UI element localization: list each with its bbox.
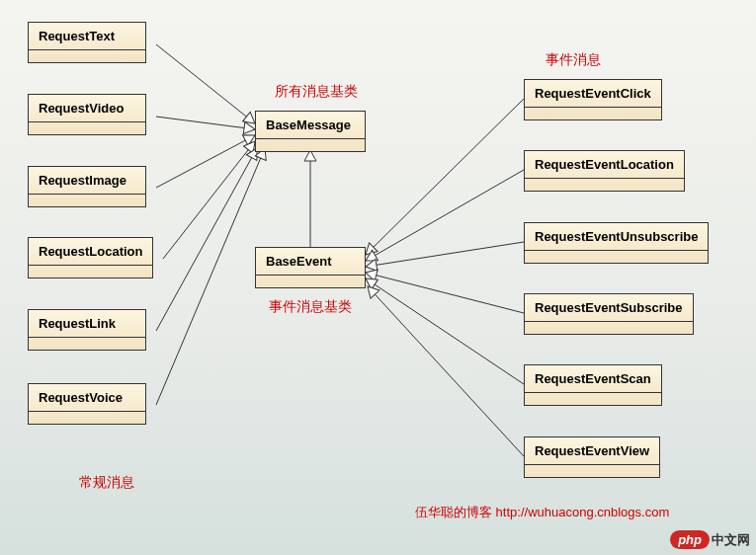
svg-line-9 xyxy=(366,242,524,267)
class-title: RequestImage xyxy=(29,167,145,195)
svg-line-11 xyxy=(366,278,524,384)
svg-line-12 xyxy=(368,286,524,456)
svg-line-1 xyxy=(156,117,255,129)
class-request-event-scan: RequestEventScan xyxy=(524,364,662,406)
php-pill: php xyxy=(670,530,710,549)
php-text: 中文网 xyxy=(712,531,750,549)
class-body xyxy=(256,276,365,287)
class-title: RequestVoice xyxy=(29,384,145,412)
svg-line-2 xyxy=(156,135,255,188)
php-cn-badge: php 中文网 xyxy=(670,530,750,549)
class-request-voice: RequestVoice xyxy=(28,383,146,425)
svg-line-7 xyxy=(366,99,524,255)
svg-line-3 xyxy=(163,141,255,259)
svg-line-4 xyxy=(156,148,257,331)
class-request-event-view: RequestEventView xyxy=(524,436,660,478)
class-title: BaseMessage xyxy=(256,112,365,139)
class-title: RequestText xyxy=(29,23,145,50)
class-title: RequestLocation xyxy=(29,238,152,266)
class-base-message: BaseMessage xyxy=(255,111,366,152)
class-title: RequestEventView xyxy=(525,437,659,465)
annotation-event-msg: 事件消息 xyxy=(546,51,601,69)
class-body xyxy=(525,251,708,263)
svg-line-10 xyxy=(366,273,524,313)
footer-credit: 伍华聪的博客 http://wuhuacong.cnblogs.com xyxy=(415,504,669,521)
class-body xyxy=(29,50,145,62)
class-body xyxy=(525,393,661,405)
class-body xyxy=(525,108,661,119)
class-title: RequestEventSubscribe xyxy=(525,294,693,322)
class-request-event-location: RequestEventLocation xyxy=(524,150,685,192)
class-body xyxy=(525,179,684,191)
annotation-event-msg-base: 事件消息基类 xyxy=(269,298,352,316)
class-body xyxy=(29,195,145,206)
class-body xyxy=(525,322,693,334)
class-title: RequestLink xyxy=(29,310,145,338)
class-request-video: RequestVideo xyxy=(28,94,146,135)
class-body xyxy=(525,465,659,477)
class-base-event: BaseEvent xyxy=(255,247,366,288)
class-title: RequestEventScan xyxy=(525,365,661,393)
class-request-event-click: RequestEventClick xyxy=(524,79,662,120)
class-request-link: RequestLink xyxy=(28,309,146,351)
class-request-image: RequestImage xyxy=(28,166,146,207)
class-title: RequestEventLocation xyxy=(525,151,684,179)
class-body xyxy=(256,139,365,151)
class-request-location: RequestLocation xyxy=(28,237,153,278)
svg-line-0 xyxy=(156,44,255,123)
svg-line-5 xyxy=(156,148,265,405)
class-body xyxy=(29,122,145,134)
class-title: BaseEvent xyxy=(256,248,365,276)
svg-line-8 xyxy=(366,170,524,261)
class-title: RequestEventUnsubscribe xyxy=(525,223,708,251)
class-title: RequestEventClick xyxy=(525,80,661,108)
class-request-event-subscribe: RequestEventSubscribe xyxy=(524,293,694,335)
class-title: RequestVideo xyxy=(29,95,145,122)
class-body xyxy=(29,266,152,278)
class-body xyxy=(29,412,145,424)
class-request-event-unsubscribe: RequestEventUnsubscribe xyxy=(524,222,709,264)
annotation-normal-msg: 常规消息 xyxy=(79,474,134,492)
class-body xyxy=(29,338,145,350)
class-request-text: RequestText xyxy=(28,22,146,63)
annotation-all-msg-base: 所有消息基类 xyxy=(275,83,358,101)
